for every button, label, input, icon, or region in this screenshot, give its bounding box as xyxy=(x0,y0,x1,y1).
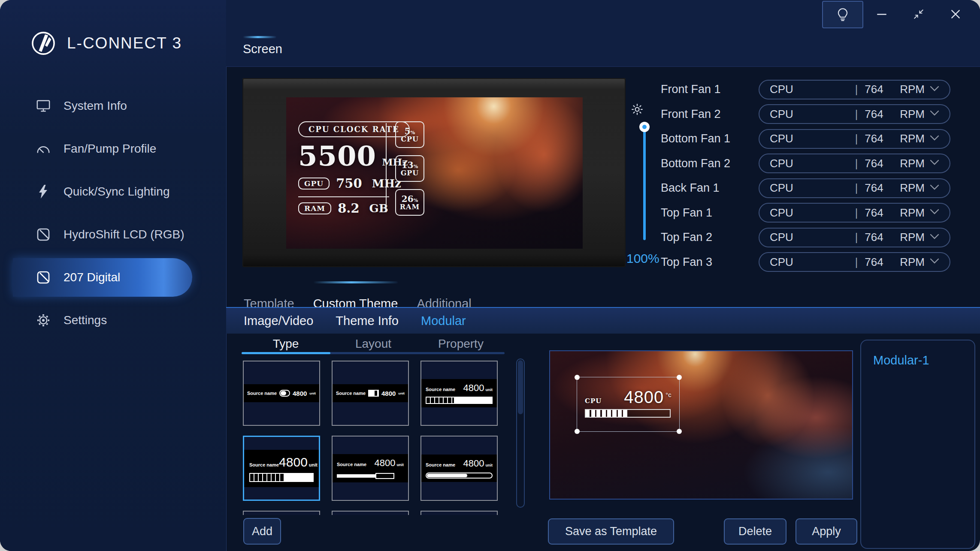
sidebar-item-fan-pump-profile[interactable]: Fan/Pump Profile xyxy=(0,127,226,170)
widget-grid-scrollbar[interactable] xyxy=(516,358,525,508)
fan-list: Front Fan 1CPU|764RPMFront Fan 2CPU|764R… xyxy=(661,77,950,274)
resize-handle-bottom-right[interactable] xyxy=(677,429,682,434)
widget-thumbnail-2[interactable]: Source name4800unit xyxy=(332,361,409,426)
chevron-down-icon xyxy=(930,135,939,143)
resize-handle-top-right[interactable] xyxy=(677,375,682,380)
placed-widget-value: 4800 xyxy=(624,388,664,407)
widget-thumbnail-5[interactable]: Source name4800unit xyxy=(332,436,409,501)
fan-label: Bottom Fan 1 xyxy=(661,132,756,145)
widget-unit: unit xyxy=(486,388,493,392)
tab-screen[interactable]: Screen xyxy=(243,36,282,56)
sidebar-item-settings[interactable]: Settings xyxy=(0,299,226,342)
save-as-template-button[interactable]: Save as Template xyxy=(548,518,674,545)
editor-tab-underline xyxy=(242,352,505,354)
fan-source-value: CPU xyxy=(770,157,855,170)
tab-modular[interactable]: Modular xyxy=(421,314,466,328)
sidebar-item-label: HydroShift LCD (RGB) xyxy=(64,228,185,241)
tab-image-video[interactable]: Image/Video xyxy=(244,314,313,328)
tab-type[interactable]: Type xyxy=(243,337,329,351)
fan-source-dropdown[interactable]: CPU|764RPM xyxy=(759,203,950,223)
fan-source-dropdown[interactable]: CPU|764RPM xyxy=(759,252,950,272)
usage-value: 5% xyxy=(405,127,415,135)
sidebar-item-207-digital[interactable]: 207 Digital xyxy=(0,256,226,299)
app-logo: L-CONNECT 3 xyxy=(31,31,182,56)
widget-value: 4800 xyxy=(375,458,396,468)
widget-thumbnail-partial-1[interactable] xyxy=(243,511,320,515)
add-button[interactable]: Add xyxy=(243,518,281,545)
chevron-down-icon xyxy=(930,110,939,118)
scrollbar-thumb[interactable] xyxy=(518,360,523,414)
fan-source-value: CPU xyxy=(770,83,855,96)
brightness-slider-thumb[interactable] xyxy=(639,122,650,132)
monitor-icon xyxy=(36,99,51,113)
fan-source-dropdown[interactable]: CPU|764RPM xyxy=(759,154,950,173)
chevron-down-icon xyxy=(930,86,939,93)
sidebar-item-quick-sync-lighting[interactable]: Quick/Sync Lighting xyxy=(0,170,226,213)
active-tab-indicator xyxy=(243,36,276,38)
widget-thumbnail-partial-2[interactable] xyxy=(332,511,409,515)
fan-rpm-unit: RPM xyxy=(900,108,925,121)
fan-divider: | xyxy=(855,256,858,268)
theme-canvas-preview[interactable]: CPU 4800 °c xyxy=(549,350,853,500)
fan-source-dropdown[interactable]: CPU|764RPM xyxy=(759,228,950,247)
tab-property[interactable]: Property xyxy=(418,337,504,351)
restore-button[interactable] xyxy=(900,1,937,27)
fan-rpm-unit: RPM xyxy=(900,231,925,244)
resize-handle-top-left[interactable] xyxy=(575,375,580,380)
widget-unit: unit xyxy=(309,391,316,395)
resize-handle-bottom-left[interactable] xyxy=(575,429,580,434)
sidebar-item-hydroshift-lcd-rgb[interactable]: HydroShift LCD (RGB) xyxy=(0,213,226,256)
fan-rpm-unit: RPM xyxy=(900,181,925,195)
fan-source-dropdown[interactable]: CPU|764RPM xyxy=(759,80,950,99)
fan-source-dropdown[interactable]: CPU|764RPM xyxy=(759,104,950,124)
apply-button[interactable]: Apply xyxy=(795,518,857,545)
chevron-down-icon xyxy=(930,209,939,217)
widget-thumbnail-4[interactable]: Source name4800unit xyxy=(243,436,320,501)
lightning-icon xyxy=(36,184,51,199)
fan-rpm-unit: RPM xyxy=(900,157,925,170)
bulb-icon xyxy=(835,7,850,22)
fan-source-dropdown[interactable]: CPU|764RPM xyxy=(759,178,950,198)
widget-thumbnail-6[interactable]: Source name4800unit xyxy=(420,436,498,501)
widget-selection-box[interactable]: CPU 4800 °c xyxy=(577,377,680,432)
widget-thumbnail-3[interactable]: Source name4800unit xyxy=(420,361,498,426)
widget-thumbnail-partial-3[interactable] xyxy=(420,511,498,515)
hint-button[interactable] xyxy=(822,1,863,28)
fan-row-top-fan-3: Top Fan 3CPU|764RPM xyxy=(661,250,950,275)
modular-item[interactable]: Modular-1 xyxy=(873,353,929,367)
fan-row-back-fan-1: Back Fan 1CPU|764RPM xyxy=(661,176,950,201)
delete-button[interactable]: Delete xyxy=(724,518,786,545)
fan-source-value: CPU xyxy=(770,181,855,195)
placed-widget: CPU 4800 °c xyxy=(585,388,671,418)
minimize-button[interactable] xyxy=(863,1,900,27)
sidebar-item-system-info[interactable]: System Info xyxy=(0,84,226,127)
fan-rpm-value: 764 xyxy=(865,231,889,244)
widget-source-label: Source name xyxy=(247,391,277,396)
fan-rpm-unit: RPM xyxy=(900,132,925,145)
fan-divider: | xyxy=(855,108,858,120)
usage-box-ram: 26% RAM xyxy=(395,189,424,216)
widget-source-label: Source name xyxy=(426,387,455,392)
chevron-down-icon xyxy=(930,234,939,241)
widget-source-label: Source name xyxy=(337,462,366,467)
stats-divider xyxy=(298,196,389,197)
sidebar-item-label: Fan/Pump Profile xyxy=(64,142,156,156)
gpu-value: 750 xyxy=(336,176,362,191)
tab-layout[interactable]: Layout xyxy=(330,337,416,351)
fan-row-top-fan-2: Top Fan 2CPU|764RPM xyxy=(661,225,950,250)
fan-divider: | xyxy=(855,207,858,219)
usage-label: RAM xyxy=(400,204,420,211)
tab-theme-info[interactable]: Theme Info xyxy=(336,314,399,328)
gear-icon xyxy=(36,313,51,328)
widget-grid-viewport: Source name4800unitSource name4800unitSo… xyxy=(243,361,504,515)
fan-label: Bottom Fan 2 xyxy=(661,157,756,170)
brightness-slider-track[interactable] xyxy=(643,123,646,240)
usage-boxes: 5% CPU13% GPU26% RAM xyxy=(395,121,424,216)
close-button[interactable] xyxy=(937,1,974,27)
editor-tabs: TypeLayoutProperty xyxy=(243,337,504,351)
lcd-icon xyxy=(36,270,51,285)
fan-rpm-unit: RPM xyxy=(900,206,925,220)
widget-thumbnail-1[interactable]: Source name4800unit xyxy=(243,361,320,426)
widget-unit: unit xyxy=(397,463,404,467)
fan-source-dropdown[interactable]: CPU|764RPM xyxy=(759,129,950,149)
